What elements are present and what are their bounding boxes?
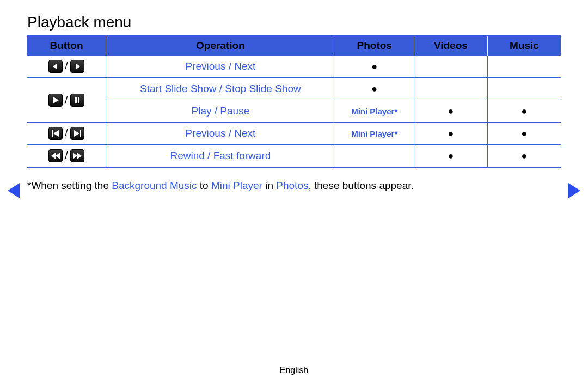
- cell-photos: Mini Player*: [335, 100, 414, 123]
- cell-button: /: [27, 145, 106, 168]
- cell-operation: Play / Pause: [106, 100, 335, 123]
- table-row: / Previous / Next Mini Player* ● ●: [27, 123, 561, 145]
- mini-player-label: Mini Player*: [351, 129, 397, 138]
- cell-videos: [414, 78, 487, 100]
- footnote-text: in: [262, 180, 276, 191]
- rewind-icon: [48, 149, 63, 162]
- table-row: / Rewind / Fast forward ● ●: [27, 145, 561, 168]
- chevron-left-icon: [48, 60, 63, 73]
- cell-music: ●: [488, 145, 561, 168]
- footnote-text: to: [197, 180, 211, 191]
- col-operation: Operation: [106, 36, 335, 56]
- col-music: Music: [488, 36, 561, 56]
- svg-marker-11: [73, 153, 77, 159]
- cell-photos: ●: [335, 56, 414, 78]
- cell-button: /: [27, 123, 106, 145]
- svg-rect-3: [75, 97, 77, 103]
- cell-photos: [335, 145, 414, 168]
- cell-music: [488, 78, 561, 100]
- cell-videos: ●: [414, 123, 487, 145]
- svg-marker-0: [53, 63, 57, 70]
- next-page-icon[interactable]: [568, 183, 580, 198]
- col-button: Button: [27, 36, 106, 56]
- cell-operation: Previous / Next: [106, 123, 335, 145]
- playback-table: Button Operation Photos Videos Music /: [27, 36, 561, 168]
- col-videos: Videos: [414, 36, 487, 56]
- mini-player-label: Mini Player*: [351, 107, 397, 116]
- cell-button: /: [27, 78, 106, 123]
- skip-prev-icon: [48, 127, 63, 140]
- svg-rect-8: [80, 130, 81, 137]
- footnote-highlight: Background Music: [112, 180, 197, 191]
- skip-next-icon: [70, 127, 84, 140]
- cell-operation: Start Slide Show / Stop Slide Show: [106, 78, 335, 100]
- svg-marker-12: [77, 153, 82, 159]
- svg-marker-9: [51, 153, 56, 159]
- table-header-row: Button Operation Photos Videos Music: [27, 36, 561, 56]
- svg-marker-7: [74, 130, 79, 137]
- table-row: / Start Slide Show / Stop Slide Show ●: [27, 78, 561, 100]
- cell-videos: ●: [414, 145, 487, 168]
- svg-rect-5: [52, 130, 53, 137]
- cell-music: ●: [488, 123, 561, 145]
- footnote-text: *When setting the: [27, 180, 112, 191]
- table-row: Play / Pause Mini Player* ● ●: [27, 100, 561, 123]
- cell-photos: Mini Player*: [335, 123, 414, 145]
- cell-videos: ●: [414, 100, 487, 123]
- fast-forward-icon: [70, 149, 84, 162]
- page-title: Playback menu: [27, 14, 561, 31]
- svg-marker-6: [53, 130, 59, 137]
- footnote-highlight: Photos: [276, 180, 308, 191]
- svg-rect-4: [78, 97, 79, 103]
- chevron-right-icon: [70, 60, 84, 73]
- cell-videos: [414, 56, 487, 78]
- pause-icon: [70, 94, 84, 107]
- cell-button: /: [27, 56, 106, 78]
- footnote: *When setting the Background Music to Mi…: [27, 180, 561, 192]
- cell-operation: Previous / Next: [106, 56, 335, 78]
- play-icon: [48, 94, 63, 107]
- footnote-highlight: Mini Player: [211, 180, 262, 191]
- cell-operation: Rewind / Fast forward: [106, 145, 335, 168]
- svg-marker-2: [53, 97, 59, 103]
- cell-music: [488, 56, 561, 78]
- col-photos: Photos: [335, 36, 414, 56]
- footnote-text: , these buttons appear.: [308, 180, 413, 191]
- prev-page-icon[interactable]: [8, 183, 20, 198]
- language-label: English: [0, 365, 588, 375]
- svg-marker-1: [76, 63, 80, 70]
- cell-photos: ●: [335, 78, 414, 100]
- svg-marker-10: [56, 153, 60, 159]
- table-row: / Previous / Next ●: [27, 56, 561, 78]
- cell-music: ●: [488, 100, 561, 123]
